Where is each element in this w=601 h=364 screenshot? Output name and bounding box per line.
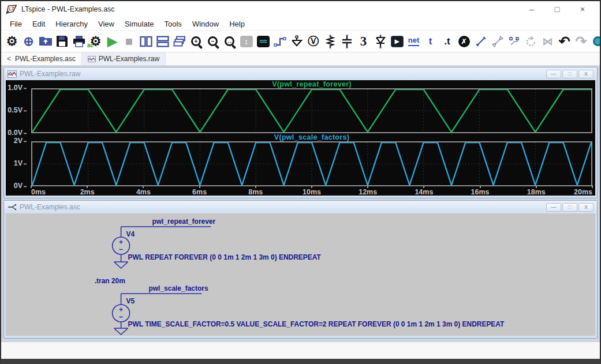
tile-vertical-button[interactable] xyxy=(137,32,154,51)
text-button[interactable]: t xyxy=(422,32,439,51)
maximize-button[interactable]: □ xyxy=(544,2,570,17)
capacitor-icon xyxy=(341,35,353,48)
close-button[interactable]: × xyxy=(570,2,595,17)
print-button[interactable] xyxy=(70,32,87,51)
mirror-icon: ⋈ xyxy=(543,36,553,47)
voltage-source-v5[interactable]: pwl_scale_factors V5 PWL TIME_SCALE_FACT… xyxy=(113,284,505,335)
menu-tools[interactable]: Tools xyxy=(159,18,187,29)
trace-label-scale-factors[interactable]: V(pwl_scale_factors) xyxy=(31,133,592,141)
drag-button[interactable] xyxy=(489,32,506,51)
schematic-window-icon xyxy=(8,204,17,211)
gear-icon: ⚙ xyxy=(6,35,18,48)
halt-button[interactable]: ■ xyxy=(121,32,137,51)
zoom-full-extents-button[interactable]: ↔ xyxy=(221,32,238,51)
search-button[interactable] xyxy=(589,32,601,51)
app-titlebar[interactable]: LT LTspice - PWL-Examples.asc – □ × xyxy=(1,1,600,17)
undo-button[interactable]: ↶ xyxy=(556,32,573,51)
refdes[interactable]: V5 xyxy=(126,297,135,305)
menu-edit[interactable]: Edit xyxy=(27,18,50,29)
menu-help[interactable]: Help xyxy=(224,18,250,29)
net-label-button[interactable]: net xyxy=(405,32,422,51)
menu-file[interactable]: File xyxy=(5,18,27,29)
net-label[interactable]: pwl_repeat_forever xyxy=(152,217,216,226)
menu-hierarchy[interactable]: Hierarchy xyxy=(50,18,93,29)
save-icon xyxy=(56,35,68,47)
ground-button[interactable] xyxy=(288,32,305,51)
child-close-button[interactable]: X xyxy=(578,70,593,78)
tab-waveform[interactable]: PWL-Examples.raw xyxy=(82,52,166,65)
x-tick-label: 20ms xyxy=(574,188,592,196)
wire-button[interactable] xyxy=(271,32,288,51)
ground-symbol[interactable] xyxy=(114,328,128,335)
simulation-settings-button[interactable]: ⚙ ac xyxy=(87,32,104,51)
capacitor-button[interactable] xyxy=(338,32,355,51)
voltage-source-symbol[interactable] xyxy=(113,305,130,322)
spice-directive-button[interactable]: .t xyxy=(439,32,456,51)
save-button[interactable] xyxy=(54,32,70,51)
redo-icon: ↷ xyxy=(575,35,587,48)
schematic-canvas[interactable]: pwl_repeat_forever V4 PWL REPEAT FOREVER… xyxy=(6,213,595,336)
delete-button[interactable]: ✗ xyxy=(456,32,472,51)
child-restore-button[interactable]: □ xyxy=(562,70,577,78)
redo-button[interactable]: ↷ xyxy=(573,32,589,51)
voltage-source-v4[interactable]: pwl_repeat_forever V4 PWL REPEAT FOREVER… xyxy=(113,217,322,268)
net-label[interactable]: pwl_scale_factors xyxy=(149,284,208,292)
child-close-button[interactable]: X xyxy=(578,203,593,212)
child-minimize-button[interactable]: — xyxy=(546,70,561,78)
zoom-out-icon: − xyxy=(208,36,218,46)
ac-label: ac xyxy=(87,42,94,48)
plus-terminal xyxy=(120,308,123,312)
new-schematic-button[interactable]: ⊕ xyxy=(20,32,37,51)
component-value[interactable]: PWL TIME_SCALE_FACTOR=0.5 VALUE_SCALE_FA… xyxy=(128,320,505,328)
resistor-button[interactable] xyxy=(322,32,338,51)
tile-horizontal-button[interactable] xyxy=(154,32,171,51)
zoom-out-button[interactable]: − xyxy=(204,32,221,51)
x-tick-label: 16ms xyxy=(471,188,490,196)
ground-symbol[interactable] xyxy=(114,262,128,268)
minimize-button[interactable]: – xyxy=(519,2,544,17)
stretch-icon xyxy=(509,36,520,47)
run-button[interactable]: ▶ xyxy=(104,32,121,51)
tab-schematic[interactable]: < PWL-Examples.asc xyxy=(1,52,82,65)
trace-label-row: V(pwl_scale_factors) xyxy=(6,133,592,141)
spice-directive-text[interactable]: .tran 20m xyxy=(95,277,125,285)
plot-frame[interactable] xyxy=(31,141,592,186)
pan-button[interactable]: ↕ xyxy=(238,32,255,51)
voltage-source-button[interactable]: Ⓥ xyxy=(305,32,322,51)
menu-view[interactable]: View xyxy=(93,18,120,29)
move-button[interactable] xyxy=(472,32,489,51)
chevron-left-icon: < xyxy=(7,55,11,63)
inductor-button[interactable]: 3 xyxy=(355,32,372,51)
x-tick-label: 10ms xyxy=(303,188,321,196)
child-restore-button[interactable]: □ xyxy=(562,203,577,212)
plot-frame[interactable] xyxy=(31,88,592,133)
new-file-icon: ⊕ xyxy=(23,35,33,48)
waveform-tab-icon xyxy=(88,56,96,62)
inductor-icon: 3 xyxy=(360,35,367,48)
refdes[interactable]: V4 xyxy=(126,230,135,238)
rotate-button[interactable] xyxy=(522,32,539,51)
open-button[interactable] xyxy=(37,32,54,51)
stretch-button[interactable] xyxy=(506,32,522,51)
mirror-button[interactable]: ⋈ xyxy=(539,32,556,51)
diode-button[interactable] xyxy=(372,32,389,51)
trace-label-repeat-forever[interactable]: V(pwl_repeat_forever) xyxy=(31,80,592,88)
menu-simulate[interactable]: Simulate xyxy=(120,18,159,29)
component-button[interactable]: ▶ xyxy=(389,32,405,51)
add-plot-pane-button[interactable]: ≈≈ xyxy=(255,32,271,51)
voltage-source-symbol[interactable] xyxy=(113,237,130,254)
y-tick-label: 2V xyxy=(14,137,27,145)
plot-area[interactable]: V(pwl_repeat_forever) 1.0V0.5V0.0V V(pwl… xyxy=(6,80,595,196)
schematic-window-title: PWL-Examples.asc xyxy=(20,203,80,211)
cascade-button[interactable] xyxy=(171,32,188,51)
zoom-in-button[interactable]: + xyxy=(188,32,204,51)
schematic-window-titlebar[interactable]: PWL-Examples.asc — □ X xyxy=(4,201,597,213)
mdi-area: PWL-Examples.raw — □ X V(pwl_repeat_fore… xyxy=(1,66,600,342)
cascade-windows-icon xyxy=(173,36,186,47)
waveform-window-titlebar[interactable]: PWL-Examples.raw — □ X xyxy=(4,67,597,80)
control-panel-button[interactable]: ⚙ xyxy=(3,32,20,51)
menu-window[interactable]: Window xyxy=(187,18,224,29)
component-value[interactable]: PWL REPEAT FOREVER (0 0 1m 1 2m 1 3m 0) … xyxy=(128,253,322,261)
zoom-in-icon: + xyxy=(191,36,201,46)
child-minimize-button[interactable]: — xyxy=(546,203,561,212)
